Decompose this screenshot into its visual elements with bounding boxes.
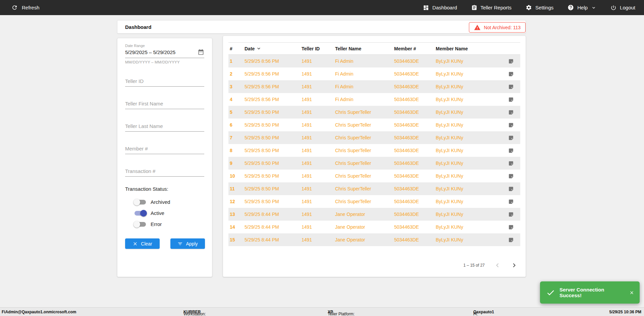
nav-item-settings[interactable]: Settings <box>526 4 553 11</box>
row-member-number: 5034463DE <box>393 186 434 191</box>
row-teller-id: 1491 <box>300 224 334 230</box>
calendar-icon[interactable] <box>198 49 204 55</box>
table-body: 1 5/29/25 8:56 PM 1491 Fi Admin 5034463D… <box>228 55 520 246</box>
date-range-input[interactable] <box>125 49 198 55</box>
page-title: Dashboard <box>117 24 151 30</box>
row-teller-name: Chris SuperTeller <box>334 161 393 166</box>
status-fi: FI: Qaxpauto1 <box>473 310 494 314</box>
transaction-number-field[interactable] <box>125 167 204 177</box>
row-date: 5/29/25 8:50 PM <box>243 109 300 115</box>
note-icon[interactable] <box>508 122 514 128</box>
row-number: 2 <box>228 71 243 77</box>
nav-item-dashboard[interactable]: Dashboard <box>423 5 457 11</box>
note-icon[interactable] <box>508 148 514 153</box>
col-header-date[interactable]: Date <box>243 46 300 51</box>
row-member-name: ByLyJI KUNy <box>434 58 501 64</box>
row-member-number: 5034463DE <box>393 212 434 217</box>
note-icon[interactable] <box>508 212 514 217</box>
refresh-button[interactable]: Refresh <box>0 4 40 11</box>
row-member-name: ByLyJI KUNy <box>434 97 501 102</box>
row-date: 5/29/25 8:50 PM <box>243 135 300 140</box>
row-number: 4 <box>228 97 243 102</box>
note-icon[interactable] <box>508 84 514 90</box>
table-row[interactable]: 5 5/29/25 8:50 PM 1491 Chris SuperTeller… <box>228 106 520 119</box>
pagination-next-button[interactable] <box>510 261 518 269</box>
note-icon[interactable] <box>508 224 514 230</box>
note-icon[interactable] <box>508 97 514 102</box>
note-icon[interactable] <box>508 71 514 77</box>
row-teller-id: 1491 <box>300 237 334 242</box>
status-teller-platform: Teller Platform: XP <box>328 310 333 314</box>
table-row[interactable]: 12 5/29/25 8:50 PM 1491 Chris SuperTelle… <box>228 195 520 208</box>
note-icon[interactable] <box>508 109 514 115</box>
table-row[interactable]: 3 5/29/25 8:56 PM 1491 Fi Admin 5034463D… <box>228 80 520 93</box>
table-row[interactable]: 11 5/29/25 8:50 PM 1491 Chris SuperTelle… <box>228 182 520 195</box>
not-archived-badge[interactable]: Not Archived: 113 <box>469 22 526 33</box>
row-date: 5/29/25 8:50 PM <box>243 122 300 128</box>
table-row[interactable]: 1 5/29/25 8:56 PM 1491 Fi Admin 5034463D… <box>228 55 520 67</box>
note-icon[interactable] <box>508 58 514 64</box>
row-date: 5/29/25 8:56 PM <box>243 84 300 89</box>
not-archived-label: Not Archived: 113 <box>484 25 521 30</box>
toast-close-icon[interactable] <box>629 290 634 295</box>
row-number: 7 <box>228 135 243 140</box>
toggle-active[interactable]: Active <box>135 208 204 219</box>
table-row[interactable]: 10 5/29/25 8:50 PM 1491 Chris SuperTelle… <box>228 170 520 182</box>
row-teller-id: 1491 <box>300 148 334 153</box>
pagination-prev-button[interactable] <box>493 261 501 269</box>
note-icon[interactable] <box>508 135 514 141</box>
clear-x-icon <box>132 241 138 246</box>
table-row[interactable]: 9 5/29/25 8:50 PM 1491 Chris SuperTeller… <box>228 157 520 170</box>
apply-button[interactable]: Apply <box>170 238 205 249</box>
pagination-range-label: 1 – 15 of 27 <box>464 263 485 268</box>
table-row[interactable]: 7 5/29/25 8:50 PM 1491 Chris SuperTeller… <box>228 131 520 144</box>
nav-item-help[interactable]: Help <box>568 4 596 11</box>
row-member-name: ByLyJI KUNy <box>434 135 501 140</box>
row-teller-name: Chris SuperTeller <box>334 186 393 191</box>
row-number: 3 <box>228 84 243 89</box>
toggle-error[interactable]: Error <box>135 219 204 230</box>
pagination: 1 – 15 of 27 <box>228 261 520 269</box>
row-teller-name: Fi Admin <box>334 58 393 64</box>
member-number-field[interactable] <box>125 144 204 154</box>
row-date: 5/29/25 8:56 PM <box>243 97 300 102</box>
row-member-name: ByLyJI KUNy <box>434 109 501 115</box>
teller-id-field[interactable] <box>125 77 204 87</box>
row-member-name: ByLyJI KUNy <box>434 212 501 217</box>
note-icon[interactable] <box>508 173 514 179</box>
row-teller-id: 1491 <box>300 161 334 166</box>
row-teller-id: 1491 <box>300 135 334 140</box>
nav-label-teller-reports: Teller Reports <box>481 5 512 10</box>
table-row[interactable]: 2 5/29/25 8:56 PM 1491 Fi Admin 5034463D… <box>228 67 520 80</box>
row-teller-name: Chris SuperTeller <box>334 109 393 115</box>
table-row[interactable]: 15 5/29/25 8:44 PM 1491 Jane Operator 50… <box>228 233 520 246</box>
row-member-number: 5034463DE <box>393 199 434 204</box>
note-icon[interactable] <box>508 161 514 166</box>
table-header-row: # Date Teller ID Teller Name Member # Me… <box>228 42 520 55</box>
teller-first-name-field[interactable] <box>125 99 204 109</box>
note-icon[interactable] <box>508 186 514 192</box>
row-member-name: ByLyJI KUNy <box>434 237 501 242</box>
table-row[interactable]: 6 5/29/25 8:50 PM 1491 Chris SuperTeller… <box>228 119 520 131</box>
help-icon <box>568 4 574 11</box>
row-teller-name: Chris SuperTeller <box>334 135 393 140</box>
table-row[interactable]: 13 5/29/25 8:44 PM 1491 Jane Operator 50… <box>228 208 520 221</box>
toggle-archived[interactable]: Archived <box>135 196 204 208</box>
row-number: 13 <box>228 212 243 217</box>
page-header: Dashboard Not Archived: 113 <box>117 20 526 34</box>
note-icon[interactable] <box>508 237 514 243</box>
row-date: 5/29/25 8:56 PM <box>243 58 300 64</box>
nav-item-logout[interactable]: Logout <box>610 5 635 11</box>
row-member-name: ByLyJI KUNy <box>434 199 501 204</box>
note-icon[interactable] <box>508 199 514 205</box>
table-row[interactable]: 14 5/29/25 8:44 PM 1491 Jane Operator 50… <box>228 221 520 233</box>
table-row[interactable]: 8 5/29/25 8:50 PM 1491 Chris SuperTeller… <box>228 144 520 157</box>
clear-button[interactable]: Clear <box>125 238 160 249</box>
date-range-label: Date Range <box>125 44 204 48</box>
success-check-icon <box>546 288 555 297</box>
table-row[interactable]: 4 5/29/25 8:56 PM 1491 Fi Admin 5034463D… <box>228 93 520 106</box>
nav-item-teller-reports[interactable]: Teller Reports <box>471 5 512 11</box>
sort-down-icon <box>256 46 262 51</box>
teller-last-name-field[interactable] <box>125 122 204 132</box>
refresh-icon <box>11 4 18 11</box>
